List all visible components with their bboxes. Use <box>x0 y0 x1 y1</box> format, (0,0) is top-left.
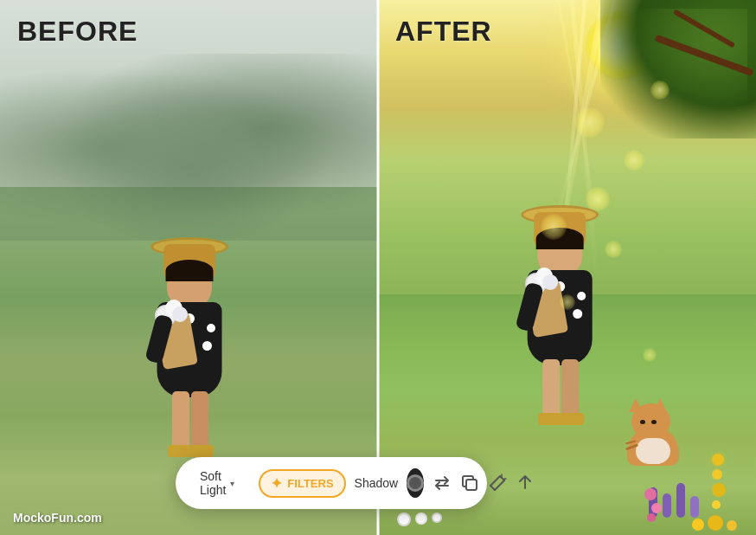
svg-line-2 <box>495 480 504 490</box>
child-before <box>142 237 237 471</box>
copy-icon <box>460 474 479 493</box>
filters-button[interactable]: ✦ FILTERS <box>259 469 345 498</box>
bokeh-6 <box>643 348 657 362</box>
wand-button[interactable] <box>488 469 507 497</box>
before-panel: BEFORE MockoFun.com <box>0 0 378 535</box>
after-panel: AFTER <box>378 0 756 535</box>
after-label: AFTER <box>395 16 492 48</box>
swap-button[interactable] <box>432 469 452 497</box>
shadow-label: Shadow <box>355 476 399 490</box>
chevron-down-icon: ▾ <box>230 479 234 488</box>
images-row: BEFORE MockoFun.com <box>0 0 756 535</box>
main-container: BEFORE MockoFun.com <box>0 0 756 535</box>
target-button[interactable] <box>407 468 424 498</box>
child-after <box>512 205 607 439</box>
blend-mode-dropdown[interactable]: Soft Light ▾ <box>193 466 241 500</box>
up-arrow-icon <box>516 474 535 493</box>
bokeh-8 <box>650 81 670 100</box>
white-flowers <box>397 512 442 526</box>
star-icon: ✦ <box>271 475 282 492</box>
upload-button[interactable] <box>516 469 535 497</box>
bokeh-3 <box>574 107 605 138</box>
tree-branch <box>583 0 756 173</box>
blend-mode-label: Soft Light <box>200 469 226 497</box>
yellow-flowers-2 <box>692 515 737 531</box>
svg-rect-0 <box>466 480 477 490</box>
bokeh-7 <box>541 214 567 240</box>
bokeh-5 <box>624 150 644 171</box>
watermark-before: MockoFun.com <box>13 511 102 525</box>
bokeh-4 <box>560 294 575 310</box>
svg-line-4 <box>490 486 495 490</box>
wand-icon <box>488 474 507 493</box>
svg-line-1 <box>490 476 500 486</box>
yellow-flowers <box>712 454 726 509</box>
before-trees <box>0 54 378 241</box>
pink-flowers <box>644 488 662 522</box>
panel-divider <box>377 0 380 535</box>
filters-label: FILTERS <box>287 477 333 490</box>
swap-icon <box>432 474 452 493</box>
before-label: BEFORE <box>17 16 138 48</box>
target-icon <box>407 474 424 492</box>
toolbar: Soft Light ▾ ✦ FILTERS Shadow <box>176 457 487 509</box>
copy-button[interactable] <box>460 469 479 497</box>
